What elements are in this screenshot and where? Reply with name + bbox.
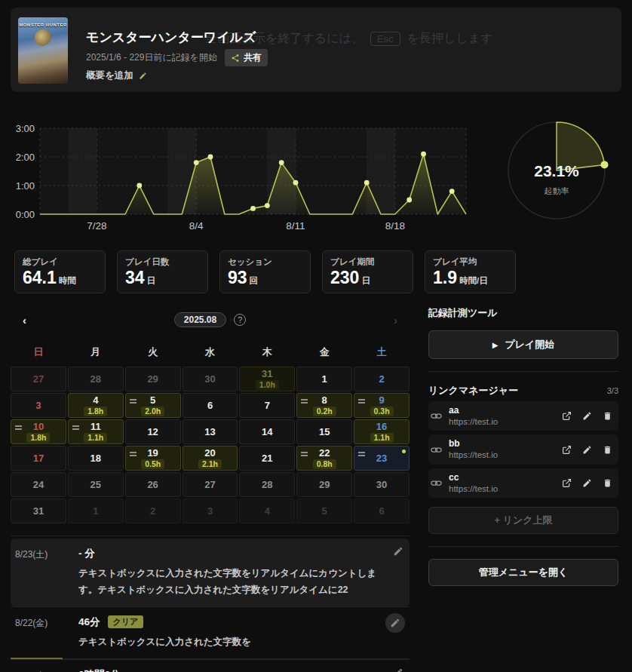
calendar-day-3[interactable]: 3: [11, 393, 66, 418]
edit-entry-icon[interactable]: [385, 613, 405, 633]
play-start-button[interactable]: ▶ プレイ開始: [428, 330, 618, 359]
calendar-day-1[interactable]: 1: [296, 367, 352, 391]
calendar-day-3[interactable]: 3: [183, 499, 238, 523]
calendar-day-5[interactable]: 52.0h: [125, 393, 181, 418]
game-title: モンスターハンターワイルズ: [86, 29, 256, 46]
edit-link-icon[interactable]: [582, 478, 592, 488]
game-cover-title: MONSTER HUNTER: [18, 23, 68, 27]
share-button[interactable]: 共有: [225, 49, 268, 66]
stat-label: プレイ期間: [330, 256, 405, 268]
day-number: 29: [147, 374, 158, 384]
svg-text:3:00: 3:00: [16, 123, 35, 134]
calendar-day-2[interactable]: 2: [354, 367, 410, 391]
calendar-day-23[interactable]: 23: [354, 446, 410, 471]
calendar-day-28[interactable]: 28: [239, 472, 295, 497]
game-cover-thumbnail[interactable]: MONSTER HUNTER: [18, 17, 68, 84]
calendar-day-27[interactable]: 27: [11, 367, 66, 391]
calendar-day-26[interactable]: 26: [125, 472, 181, 497]
delete-link-icon[interactable]: [603, 411, 612, 421]
weekday-label: 水: [183, 345, 238, 359]
calendar-day-1[interactable]: 1: [68, 499, 124, 523]
calendar-day-24[interactable]: 24: [11, 472, 66, 497]
calendar-day-4[interactable]: 4: [239, 499, 295, 523]
stat-label: 総プレイ: [23, 256, 97, 268]
calendar-day-14[interactable]: 14: [239, 419, 295, 444]
open-link-icon[interactable]: [562, 445, 572, 455]
delete-link-icon[interactable]: [603, 445, 612, 455]
day-number: 16: [376, 422, 387, 431]
add-summary-label: 概要を追加: [86, 69, 133, 82]
calendar-day-19[interactable]: 190.5h: [125, 446, 181, 471]
calendar-day-20[interactable]: 202.1h: [183, 446, 238, 471]
link-url: https://test.io: [449, 416, 555, 427]
calendar-day-25[interactable]: 25: [68, 472, 124, 497]
open-link-icon[interactable]: [562, 478, 572, 488]
calendar-day-22[interactable]: 220.8h: [296, 446, 352, 471]
edit-link-icon[interactable]: [582, 411, 592, 421]
day-number: 12: [147, 427, 158, 437]
add-summary-button[interactable]: 概要を追加: [86, 69, 147, 82]
clear-badge: クリア: [108, 615, 144, 628]
calendar-day-4[interactable]: 41.8h: [68, 393, 124, 418]
edit-entry-icon[interactable]: [393, 667, 403, 672]
day-number: 5: [150, 395, 155, 405]
delete-link-icon[interactable]: [603, 478, 612, 488]
link-list: aa https://test.io bb https://test.io cc…: [428, 401, 618, 498]
day-number: 30: [204, 374, 215, 384]
memo-icon: [301, 399, 308, 405]
calendar-day-5[interactable]: 5: [296, 499, 352, 523]
stat-card-4: プレイ平均 1.9時間/日: [425, 250, 516, 293]
calendar-day-6[interactable]: 6: [183, 393, 238, 418]
svg-text:2:00: 2:00: [16, 152, 35, 163]
calendar-next-icon[interactable]: ›: [394, 314, 397, 327]
calendar-day-10[interactable]: 101.8h: [11, 419, 66, 444]
record-tool-heading: 記録計測ツール: [428, 306, 618, 320]
memo-icon: [358, 452, 365, 458]
day-number: 30: [376, 480, 387, 489]
calendar-day-6[interactable]: 6: [354, 499, 410, 523]
calendar-day-15[interactable]: 15: [296, 419, 352, 444]
play-hours-badge: 1.8h: [84, 407, 107, 416]
add-link-button[interactable]: + リンク上限: [428, 507, 618, 534]
calendar-day-11[interactable]: 111.1h: [68, 419, 124, 444]
stats-row: 総プレイ 64.1時間 プレイ日数 34日 セッション 93回 プレイ期間 23…: [14, 250, 516, 293]
calendar-day-9[interactable]: 90.3h: [354, 393, 410, 418]
edit-entry-icon[interactable]: [393, 546, 403, 557]
day-number: 27: [204, 480, 215, 489]
sidebar: 記録計測ツール ▶ プレイ開始 リンクマネージャー 3/3 aa https:/…: [428, 306, 618, 586]
calendar-day-16[interactable]: 161.1h: [354, 419, 410, 444]
calendar-day-29[interactable]: 29: [296, 472, 352, 497]
edit-link-icon[interactable]: [582, 445, 592, 455]
calendar-day-30[interactable]: 30: [183, 367, 238, 391]
calendar-day-21[interactable]: 21: [239, 446, 295, 471]
day-number: 17: [33, 453, 44, 463]
calendar-day-12[interactable]: 12: [125, 419, 181, 444]
open-manage-menu-button[interactable]: 管理メニューを開く: [428, 559, 618, 586]
calendar-day-31[interactable]: 311.0h: [239, 367, 295, 391]
calendar-day-17[interactable]: 17: [11, 446, 66, 471]
calendar-day-31[interactable]: 31: [11, 499, 66, 523]
day-number: 13: [204, 427, 215, 437]
day-number: 28: [91, 374, 101, 384]
stat-unit: 時間: [59, 276, 76, 285]
log-memo-text: テキストボックスに入力された文字数を: [78, 634, 381, 651]
calendar-day-18[interactable]: 18: [68, 446, 124, 471]
calendar-day-29[interactable]: 29: [125, 367, 181, 391]
calendar-day-2[interactable]: 2: [125, 499, 181, 523]
play-hours-badge: 0.8h: [313, 459, 336, 469]
weekday-header-row: 日月火水木金土: [11, 345, 410, 359]
calendar-day-30[interactable]: 30: [354, 472, 410, 497]
calendar-day-7[interactable]: 7: [239, 393, 295, 418]
calendar-day-28[interactable]: 28: [68, 367, 124, 391]
help-icon[interactable]: ?: [234, 314, 246, 326]
play-hours-badge: 0.3h: [370, 407, 394, 416]
calendar-day-27[interactable]: 27: [183, 472, 238, 497]
open-link-icon[interactable]: [562, 411, 572, 421]
calendar-day-8[interactable]: 80.2h: [296, 393, 352, 418]
calendar-month-pill[interactable]: 2025.08: [174, 312, 226, 327]
day-number: 4: [93, 395, 98, 405]
sidebar-divider: [428, 371, 618, 372]
calendar-day-13[interactable]: 13: [183, 419, 238, 444]
log-entry-2: 8/20(水) 2時間6分: [11, 659, 410, 672]
play-hours-badge: 1.8h: [26, 433, 50, 443]
